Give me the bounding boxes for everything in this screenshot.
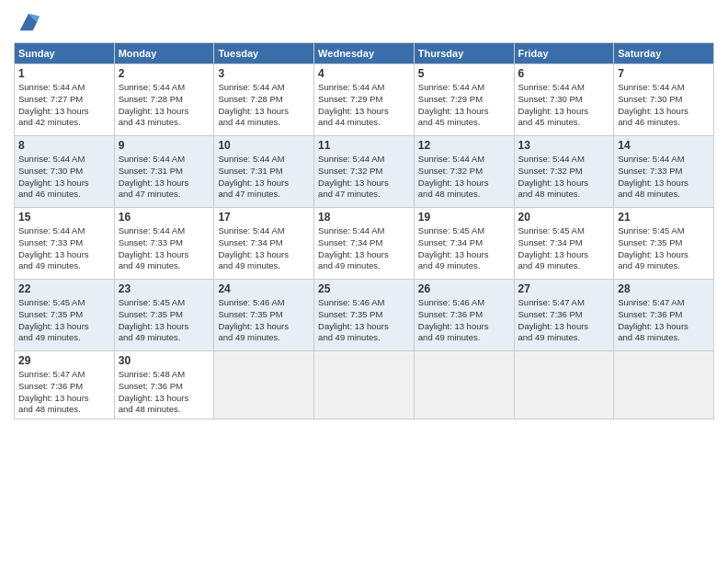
- cell-content: Sunrise: 5:47 AMSunset: 7:36 PMDaylight:…: [18, 369, 89, 414]
- calendar-week-row: 1 Sunrise: 5:44 AMSunset: 7:27 PMDayligh…: [15, 64, 714, 136]
- day-number: 12: [418, 139, 510, 152]
- calendar-cell: [514, 351, 614, 419]
- calendar-cell: 17 Sunrise: 5:44 AMSunset: 7:34 PMDaylig…: [214, 208, 314, 280]
- day-number: 5: [418, 67, 510, 80]
- calendar-cell: 20 Sunrise: 5:45 AMSunset: 7:34 PMDaylig…: [514, 208, 614, 280]
- cell-content: Sunrise: 5:45 AMSunset: 7:35 PMDaylight:…: [119, 297, 189, 342]
- calendar-cell: 26 Sunrise: 5:46 AMSunset: 7:36 PMDaylig…: [414, 280, 514, 351]
- day-number: 10: [218, 139, 310, 152]
- day-number: 26: [418, 282, 510, 295]
- calendar-cell: 30 Sunrise: 5:48 AMSunset: 7:36 PMDaylig…: [114, 351, 214, 419]
- calendar-cell: 13 Sunrise: 5:44 AMSunset: 7:32 PMDaylig…: [514, 136, 614, 208]
- calendar-cell: 21 Sunrise: 5:45 AMSunset: 7:35 PMDaylig…: [614, 208, 714, 280]
- calendar-cell: 25 Sunrise: 5:46 AMSunset: 7:35 PMDaylig…: [314, 280, 415, 351]
- calendar-cell: 29 Sunrise: 5:47 AMSunset: 7:36 PMDaylig…: [15, 351, 115, 419]
- day-number: 23: [119, 282, 210, 295]
- day-number: 17: [218, 211, 310, 224]
- col-header-tuesday: Tuesday: [214, 43, 314, 64]
- calendar-cell: 28 Sunrise: 5:47 AMSunset: 7:36 PMDaylig…: [614, 280, 714, 351]
- cell-content: Sunrise: 5:47 AMSunset: 7:36 PMDaylight:…: [518, 297, 589, 342]
- calendar-cell: 15 Sunrise: 5:44 AMSunset: 7:33 PMDaylig…: [15, 208, 115, 280]
- col-header-sunday: Sunday: [15, 43, 115, 64]
- cell-content: Sunrise: 5:44 AMSunset: 7:29 PMDaylight:…: [318, 82, 389, 127]
- day-number: 15: [18, 211, 110, 224]
- calendar-cell: 11 Sunrise: 5:44 AMSunset: 7:32 PMDaylig…: [314, 136, 415, 208]
- cell-content: Sunrise: 5:44 AMSunset: 7:30 PMDaylight:…: [618, 82, 688, 127]
- calendar-cell: [214, 351, 314, 419]
- calendar-cell: 7 Sunrise: 5:44 AMSunset: 7:30 PMDayligh…: [614, 64, 714, 136]
- col-header-friday: Friday: [514, 43, 614, 64]
- calendar-cell: 6 Sunrise: 5:44 AMSunset: 7:30 PMDayligh…: [514, 64, 614, 136]
- day-number: 21: [618, 211, 710, 224]
- calendar-cell: [614, 351, 714, 419]
- cell-content: Sunrise: 5:45 AMSunset: 7:34 PMDaylight:…: [518, 225, 589, 270]
- cell-content: Sunrise: 5:44 AMSunset: 7:32 PMDaylight:…: [518, 154, 589, 199]
- day-number: 30: [119, 354, 210, 367]
- calendar-cell: 24 Sunrise: 5:46 AMSunset: 7:35 PMDaylig…: [214, 280, 314, 351]
- cell-content: Sunrise: 5:46 AMSunset: 7:35 PMDaylight:…: [318, 297, 389, 342]
- calendar-cell: [314, 351, 415, 419]
- calendar-cell: 5 Sunrise: 5:44 AMSunset: 7:29 PMDayligh…: [414, 64, 514, 136]
- cell-content: Sunrise: 5:45 AMSunset: 7:34 PMDaylight:…: [418, 225, 489, 270]
- day-number: 16: [119, 211, 210, 224]
- calendar-cell: 10 Sunrise: 5:44 AMSunset: 7:31 PMDaylig…: [214, 136, 314, 208]
- cell-content: Sunrise: 5:44 AMSunset: 7:29 PMDaylight:…: [418, 82, 489, 127]
- day-number: 20: [518, 211, 610, 224]
- cell-content: Sunrise: 5:44 AMSunset: 7:31 PMDaylight:…: [119, 154, 189, 199]
- cell-content: Sunrise: 5:44 AMSunset: 7:30 PMDaylight:…: [518, 82, 589, 127]
- day-number: 22: [18, 282, 110, 295]
- day-number: 7: [618, 67, 710, 80]
- col-header-saturday: Saturday: [614, 43, 714, 64]
- calendar-cell: 12 Sunrise: 5:44 AMSunset: 7:32 PMDaylig…: [414, 136, 514, 208]
- cell-content: Sunrise: 5:44 AMSunset: 7:33 PMDaylight:…: [618, 154, 688, 199]
- calendar-week-row: 15 Sunrise: 5:44 AMSunset: 7:33 PMDaylig…: [15, 208, 714, 280]
- col-header-wednesday: Wednesday: [314, 43, 415, 64]
- cell-content: Sunrise: 5:45 AMSunset: 7:35 PMDaylight:…: [18, 297, 89, 342]
- day-number: 11: [318, 139, 410, 152]
- cell-content: Sunrise: 5:44 AMSunset: 7:27 PMDaylight:…: [18, 82, 89, 127]
- calendar-cell: 16 Sunrise: 5:44 AMSunset: 7:33 PMDaylig…: [114, 208, 214, 280]
- calendar-cell: 8 Sunrise: 5:44 AMSunset: 7:30 PMDayligh…: [15, 136, 115, 208]
- calendar-cell: 1 Sunrise: 5:44 AMSunset: 7:27 PMDayligh…: [15, 64, 115, 136]
- calendar-cell: 14 Sunrise: 5:44 AMSunset: 7:33 PMDaylig…: [614, 136, 714, 208]
- cell-content: Sunrise: 5:45 AMSunset: 7:35 PMDaylight:…: [618, 225, 688, 270]
- day-number: 8: [18, 139, 110, 152]
- cell-content: Sunrise: 5:44 AMSunset: 7:32 PMDaylight:…: [318, 154, 389, 199]
- cell-content: Sunrise: 5:46 AMSunset: 7:35 PMDaylight:…: [218, 297, 289, 342]
- calendar-cell: 27 Sunrise: 5:47 AMSunset: 7:36 PMDaylig…: [514, 280, 614, 351]
- calendar-week-row: 22 Sunrise: 5:45 AMSunset: 7:35 PMDaylig…: [15, 280, 714, 351]
- cell-content: Sunrise: 5:44 AMSunset: 7:31 PMDaylight:…: [218, 154, 289, 199]
- calendar-cell: 18 Sunrise: 5:44 AMSunset: 7:34 PMDaylig…: [314, 208, 415, 280]
- day-number: 9: [119, 139, 210, 152]
- day-number: 25: [318, 282, 410, 295]
- day-number: 27: [518, 282, 610, 295]
- cell-content: Sunrise: 5:46 AMSunset: 7:36 PMDaylight:…: [418, 297, 489, 342]
- day-number: 6: [518, 67, 610, 80]
- day-number: 1: [18, 67, 110, 80]
- calendar-cell: 23 Sunrise: 5:45 AMSunset: 7:35 PMDaylig…: [114, 280, 214, 351]
- cell-content: Sunrise: 5:48 AMSunset: 7:36 PMDaylight:…: [119, 369, 189, 414]
- logo-icon: [16, 9, 41, 35]
- logo: [14, 9, 41, 35]
- calendar-table: SundayMondayTuesdayWednesdayThursdayFrid…: [14, 42, 714, 419]
- cell-content: Sunrise: 5:44 AMSunset: 7:34 PMDaylight:…: [318, 225, 389, 270]
- day-number: 14: [618, 139, 710, 152]
- calendar-cell: 9 Sunrise: 5:44 AMSunset: 7:31 PMDayligh…: [114, 136, 214, 208]
- calendar-cell: 19 Sunrise: 5:45 AMSunset: 7:34 PMDaylig…: [414, 208, 514, 280]
- header: [14, 9, 714, 35]
- cell-content: Sunrise: 5:44 AMSunset: 7:34 PMDaylight:…: [218, 225, 289, 270]
- calendar-cell: 3 Sunrise: 5:44 AMSunset: 7:28 PMDayligh…: [214, 64, 314, 136]
- calendar-header-row: SundayMondayTuesdayWednesdayThursdayFrid…: [15, 43, 714, 64]
- calendar-week-row: 8 Sunrise: 5:44 AMSunset: 7:30 PMDayligh…: [15, 136, 714, 208]
- cell-content: Sunrise: 5:44 AMSunset: 7:32 PMDaylight:…: [418, 154, 489, 199]
- day-number: 13: [518, 139, 610, 152]
- cell-content: Sunrise: 5:44 AMSunset: 7:33 PMDaylight:…: [119, 225, 189, 270]
- page: SundayMondayTuesdayWednesdayThursdayFrid…: [0, 0, 728, 563]
- cell-content: Sunrise: 5:44 AMSunset: 7:28 PMDaylight:…: [119, 82, 189, 127]
- day-number: 18: [318, 211, 410, 224]
- day-number: 24: [218, 282, 310, 295]
- calendar-cell: 4 Sunrise: 5:44 AMSunset: 7:29 PMDayligh…: [314, 64, 415, 136]
- day-number: 3: [218, 67, 310, 80]
- calendar-cell: [414, 351, 514, 419]
- col-header-thursday: Thursday: [414, 43, 514, 64]
